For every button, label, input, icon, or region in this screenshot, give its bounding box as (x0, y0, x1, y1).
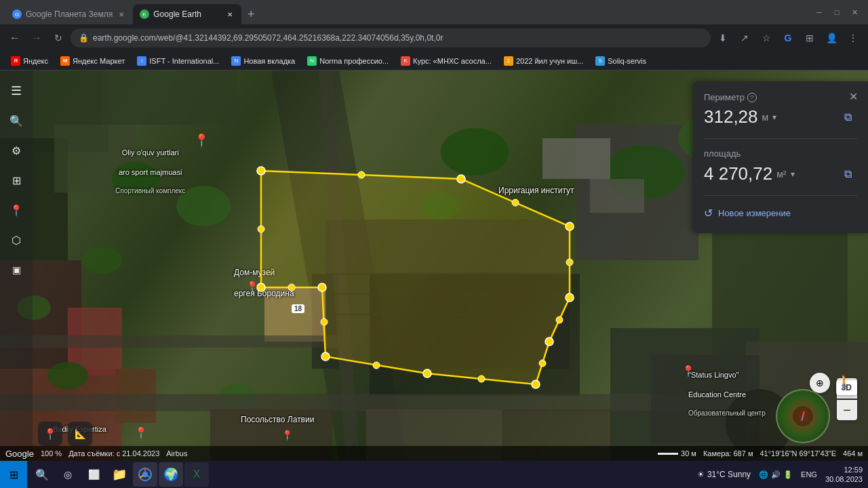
new-measure-button[interactable]: ↺ Новое измерение (704, 204, 857, 222)
bookmark-kurs[interactable]: K Курс: «МНХС асосла... (395, 55, 497, 67)
tab-close-1[interactable]: ✕ (117, 9, 126, 19)
yandex-market-favicon: М (60, 56, 70, 66)
locate-button[interactable]: ⊕ (810, 373, 830, 393)
taskbar-file-explorer[interactable]: 📁 (107, 462, 132, 487)
start-button[interactable]: ⊞ (0, 461, 27, 488)
taskbar-icons: 🔍 ◎ ⬜ 📁 🌍 X (27, 462, 212, 487)
tab-google-maps[interactable]: G Google Планета Земля ✕ (5, 4, 133, 24)
bookmark-soliq[interactable]: S Soliq-servis (590, 55, 652, 67)
zoom-percent: 100 % (41, 449, 62, 458)
clock[interactable]: 12:59 30.08.2023 (825, 465, 863, 485)
perimeter-label: Периметр (704, 92, 745, 102)
norma-favicon: N (307, 56, 317, 66)
marker-18: 18 (292, 304, 304, 313)
download-icon[interactable]: ⬇ (713, 28, 732, 47)
yandex-favicon: Я (11, 56, 20, 66)
sidebar-menu-icon[interactable]: ☰ (4, 79, 28, 103)
taskbar-search[interactable]: 🔍 (30, 462, 54, 487)
svg-point-28 (47, 362, 88, 389)
panel-close-button[interactable]: ✕ (845, 88, 861, 104)
bookmark-2022[interactable]: 2 2022 йил учун иш... (498, 55, 589, 67)
weather-widget[interactable]: ☀ 31°C Sunny (694, 467, 753, 482)
provider: Airbus (166, 449, 187, 458)
location-tool-button[interactable]: 📍 (38, 422, 62, 446)
sidebar-measure-icon[interactable]: ▣ (4, 258, 28, 282)
date-display: 30.08.2023 (825, 474, 863, 484)
forward-button[interactable]: → (27, 28, 46, 47)
map-sidebar: ☰ 🔍 ⚙ ⊞ 📍 ⬡ ▣ (0, 70, 33, 461)
perimeter-info-icon[interactable]: ? (747, 93, 757, 102)
svg-point-22 (441, 128, 509, 176)
perimeter-value: 312,28 (704, 106, 758, 127)
bookmark-norma[interactable]: N Norma профессио... (302, 55, 394, 67)
perimeter-copy-button[interactable]: ⧉ (838, 108, 857, 127)
bookmark-yandex-market[interactable]: М Яндекс Маркет (55, 55, 130, 67)
svg-point-23 (420, 192, 461, 220)
taskbar-excel[interactable]: X (184, 462, 209, 487)
bookmark-new-tab[interactable]: N Новая вкладка (226, 55, 300, 67)
back-button[interactable]: ← (5, 28, 24, 47)
menu-icon[interactable]: ⋮ (844, 28, 863, 47)
language-indicator[interactable]: ENG (798, 469, 820, 480)
taskbar-cortana[interactable]: ◎ (56, 462, 80, 487)
battery-icon[interactable]: 🔋 (783, 470, 793, 479)
taskbar-earth[interactable]: 🌍 (159, 462, 183, 487)
volume-icon[interactable]: 🔊 (771, 470, 781, 479)
new-tab-button[interactable]: + (241, 5, 260, 24)
zoom-out-button[interactable]: − (837, 400, 857, 420)
extensions-icon[interactable]: ⊞ (800, 28, 819, 47)
svg-rect-43 (590, 179, 644, 213)
address-bar[interactable]: 🔒 earth.google.com/web/@41.32144392,69.2… (71, 28, 711, 47)
perimeter-section: Периметр ? 312,28 м ▾ ⧉ (704, 92, 857, 127)
pegman-icon[interactable]: 🚶 (836, 373, 853, 390)
bookmark-star-icon[interactable]: ☆ (757, 28, 776, 47)
profile-icon[interactable]: 👤 (822, 28, 841, 47)
sidebar-settings-icon[interactable]: ⚙ (4, 138, 28, 163)
sidebar-layers-icon[interactable]: ⬡ (4, 228, 28, 252)
svg-text:G: G (15, 12, 19, 18)
scale-bar: 30 м (658, 449, 696, 458)
maximize-button[interactable]: □ (829, 4, 845, 20)
svg-point-21 (81, 247, 122, 274)
mini-compass[interactable] (776, 389, 830, 443)
taskbar-taskview[interactable]: ⬜ (81, 462, 106, 487)
network-icon[interactable]: 🌐 (759, 470, 768, 479)
taskbar-right: ☀ 31°C Sunny 🌐 🔊 🔋 ENG 12:59 30.08.2023 (689, 465, 868, 485)
2022-favicon: 2 (504, 56, 513, 66)
bookmark-label-7: 2022 йил учун иш... (516, 57, 583, 65)
area-unit: м² (776, 169, 786, 180)
taskbar-chrome[interactable] (133, 462, 157, 487)
svg-rect-42 (542, 138, 610, 179)
elevation: 464 м (843, 449, 863, 458)
tab-favicon-1: G (12, 9, 22, 19)
kurs-favicon: K (401, 56, 410, 66)
label-museum: Дом-музей ергея Бородина (234, 257, 294, 310)
svg-rect-7 (102, 70, 237, 125)
tab-title-2: Google Earth (153, 9, 221, 19)
area-copy-button[interactable]: ⧉ (838, 165, 857, 184)
embassy-pin: 📍 (281, 430, 293, 441)
newtab-favicon: N (231, 56, 241, 66)
sidebar-search-icon[interactable]: 🔍 (4, 108, 28, 133)
weather-icon: ☀ (697, 470, 705, 479)
close-button[interactable]: ✕ (846, 4, 863, 20)
tab-close-2[interactable]: ✕ (225, 9, 235, 19)
scale-value: 30 м (681, 449, 696, 458)
sidebar-grid-icon[interactable]: ⊞ (4, 168, 28, 192)
share-icon[interactable]: ↗ (735, 28, 754, 47)
bookmark-label-2: Яндекс Маркет (73, 57, 125, 65)
refresh-icon: ↺ (704, 207, 713, 220)
camera-info: Камера: 687 м (703, 449, 753, 458)
minimize-button[interactable]: ─ (811, 4, 827, 20)
tab-title-1: Google Планета Земля (26, 9, 113, 19)
sidebar-location-icon[interactable]: 📍 (4, 198, 28, 222)
area-label: площадь (704, 148, 741, 159)
google-icon[interactable]: G (778, 28, 797, 47)
tab-google-earth[interactable]: E Google Earth ✕ (133, 4, 241, 24)
reload-button[interactable]: ↻ (49, 28, 68, 47)
bookmark-isft[interactable]: I ISFT - International... (132, 55, 224, 67)
badiiy-pin: 📍 (134, 426, 148, 439)
bookmark-yandex[interactable]: Я Яндекс (5, 55, 54, 67)
map-container[interactable]: Oliy o'quv yurtlari aro sport majmuasi С… (0, 70, 868, 461)
measure-tool-button[interactable]: 📐 (68, 422, 92, 446)
